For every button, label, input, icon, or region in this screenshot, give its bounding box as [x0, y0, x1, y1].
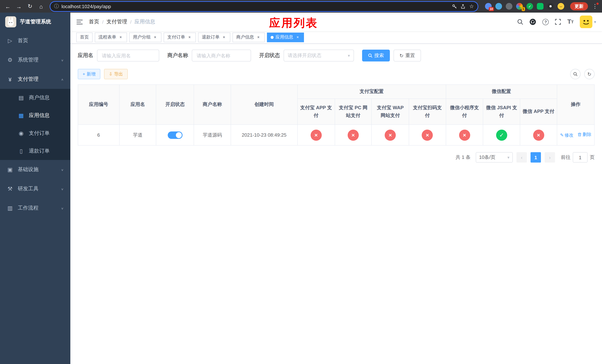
search-icon[interactable]: [517, 19, 523, 25]
extension-badge: 10: [489, 7, 494, 11]
extension-icon[interactable]: 10: [485, 3, 492, 10]
chevron-up-icon: ∧: [61, 78, 64, 81]
search-button-label: 搜索: [374, 52, 384, 59]
sidebar-item-infrastructure[interactable]: ▣ 基础设施 ∨: [0, 160, 70, 179]
col-header-app-id: 应用编号: [78, 85, 119, 125]
tab-app-info[interactable]: 应用信息 ×: [267, 32, 304, 42]
tab-label: 退款订单: [202, 34, 220, 40]
sidebar-item-payment[interactable]: ¥ 支付管理 ∧: [0, 70, 70, 89]
password-key-icon[interactable]: [452, 4, 457, 9]
close-icon[interactable]: ×: [256, 35, 261, 40]
col-group-wechat: 微信配置: [446, 85, 557, 99]
merchant-name-input[interactable]: [192, 50, 251, 62]
extensions-row: 10 1 ✓: [482, 3, 567, 10]
delete-link[interactable]: 删除: [578, 132, 591, 138]
github-icon[interactable]: [530, 19, 536, 25]
close-icon[interactable]: ×: [187, 35, 192, 40]
breadcrumb-payment[interactable]: 支付管理: [107, 19, 127, 25]
search-button[interactable]: 搜索: [362, 50, 390, 62]
extension-icon[interactable]: 1: [516, 3, 523, 10]
address-bar[interactable]: ⓘ localhost:1024/pay/app ☆: [50, 2, 478, 11]
menu-label: 商户信息: [29, 95, 50, 101]
browser-update-button[interactable]: 更新: [570, 2, 588, 10]
col-header-alipay-wap: 支付宝 WAP 网站支付: [372, 99, 409, 125]
help-icon[interactable]: ?: [543, 19, 549, 25]
sidebar-item-workflow[interactable]: ▥ 工作流程 ∨: [0, 198, 70, 218]
reset-button[interactable]: ↻ 重置: [394, 50, 421, 62]
forward-icon[interactable]: →: [14, 1, 24, 11]
reload-icon[interactable]: ↻: [25, 1, 35, 11]
status-select[interactable]: 请选择开启状态 ▾: [284, 50, 354, 62]
col-header-app-name: 应用名: [119, 85, 156, 125]
monitor-icon: ▣: [7, 166, 13, 173]
sidebar-item-system[interactable]: ⚙ 系统管理 ∨: [0, 50, 70, 70]
app-name-input[interactable]: [97, 50, 159, 62]
edit-link[interactable]: ✎ 修改: [560, 132, 573, 139]
tab-refund-orders[interactable]: 退款订单 ×: [198, 32, 230, 42]
alipay-qr-pay-status-icon: ×: [422, 129, 433, 140]
sidebar-item-app-info[interactable]: ▦ 应用信息: [0, 107, 70, 124]
sidebar-item-merchant-info[interactable]: ▤ 商户信息: [0, 89, 70, 107]
tab-label: 用户分组: [133, 34, 151, 40]
bookmark-star-icon[interactable]: ☆: [469, 3, 474, 9]
sidebar-item-home[interactable]: ▷︎ 首页: [0, 31, 70, 50]
app-enabled-switch[interactable]: [168, 131, 182, 139]
prev-page-button[interactable]: ‹: [516, 152, 527, 162]
tab-pay-orders[interactable]: 支付订单 ×: [164, 32, 196, 42]
extension-icon[interactable]: [537, 3, 544, 10]
back-icon[interactable]: ←: [3, 1, 13, 11]
close-icon[interactable]: ×: [221, 35, 226, 40]
close-icon[interactable]: ×: [152, 35, 158, 40]
close-icon[interactable]: ×: [295, 35, 300, 40]
export-button[interactable]: ⇩ 导出: [104, 69, 128, 79]
col-header-alipay-pc: 支付宝 PC 网站支付: [335, 99, 372, 125]
refresh-icon: ↻: [399, 53, 404, 58]
tab-process-form[interactable]: 流程表单 ×: [95, 32, 127, 42]
sidebar-item-refund-orders[interactable]: ▯ 退款订单: [0, 142, 70, 160]
tab-home[interactable]: 首页: [76, 32, 93, 42]
col-header-merchant: 商户名称: [194, 85, 231, 125]
chevron-down-icon: ▾: [507, 155, 509, 160]
goto-page-input[interactable]: [573, 152, 588, 162]
refresh-table-button[interactable]: ↻: [584, 69, 595, 79]
col-header-status: 开启状态: [156, 85, 194, 125]
extension-icon[interactable]: [495, 3, 502, 10]
page-suffix-label: 页: [590, 154, 595, 161]
menu-label: 应用信息: [29, 112, 50, 119]
sidebar-item-pay-orders[interactable]: ◉ 支付订单: [0, 124, 70, 142]
close-icon[interactable]: ×: [118, 35, 123, 40]
next-page-button[interactable]: ›: [545, 152, 555, 162]
font-size-icon[interactable]: TT: [567, 18, 574, 26]
app-logo[interactable]: 芋道管理系统: [0, 13, 70, 31]
extension-icon[interactable]: [558, 3, 564, 10]
toggle-search-button[interactable]: [570, 69, 580, 79]
menu-label: 支付订单: [29, 130, 50, 137]
browser-menu-icon[interactable]: ⋮: [591, 3, 599, 10]
add-button[interactable]: + 新增: [78, 69, 100, 79]
breadcrumb-home[interactable]: 首页: [89, 19, 99, 25]
home-icon[interactable]: ⌂: [36, 1, 46, 11]
user-menu[interactable]: ▾: [580, 16, 596, 28]
page-number-button[interactable]: 1: [531, 152, 541, 162]
url-text: localhost:1024/pay/app: [62, 3, 450, 9]
page-size-select[interactable]: 10条/页 ▾: [476, 152, 513, 162]
extension-icon[interactable]: [547, 3, 554, 10]
col-group-alipay: 支付宝配置: [298, 85, 446, 99]
sidebar-item-dev-tools[interactable]: ⚒ 研发工具 ∨: [0, 179, 70, 198]
site-info-icon[interactable]: ⓘ: [54, 3, 59, 10]
tab-user-group[interactable]: 用户分组 ×: [129, 32, 161, 42]
col-header-alipay-qr: 支付宝扫码支付: [409, 99, 446, 125]
alipay-pc-pay-status-icon: ×: [348, 129, 359, 140]
col-header-wechat-app: 微信 APP 支付: [520, 99, 557, 125]
sidebar-collapse-icon[interactable]: [70, 13, 89, 31]
app-title: 芋道管理系统: [20, 19, 51, 25]
extension-icon[interactable]: ✓: [527, 3, 533, 10]
page-content: 应用名 商户名称 开启状态 请选择开启状态 ▾: [70, 44, 602, 364]
share-icon[interactable]: [461, 4, 466, 9]
table-toolbar: + 新增 ⇩ 导出 ↻: [78, 69, 595, 79]
extension-icon[interactable]: [506, 3, 512, 10]
tab-merchant-info[interactable]: 商户信息 ×: [233, 32, 265, 42]
select-placeholder: 请选择开启状态: [288, 52, 321, 59]
fullscreen-icon[interactable]: [555, 19, 561, 25]
logo-avatar: [5, 16, 16, 27]
